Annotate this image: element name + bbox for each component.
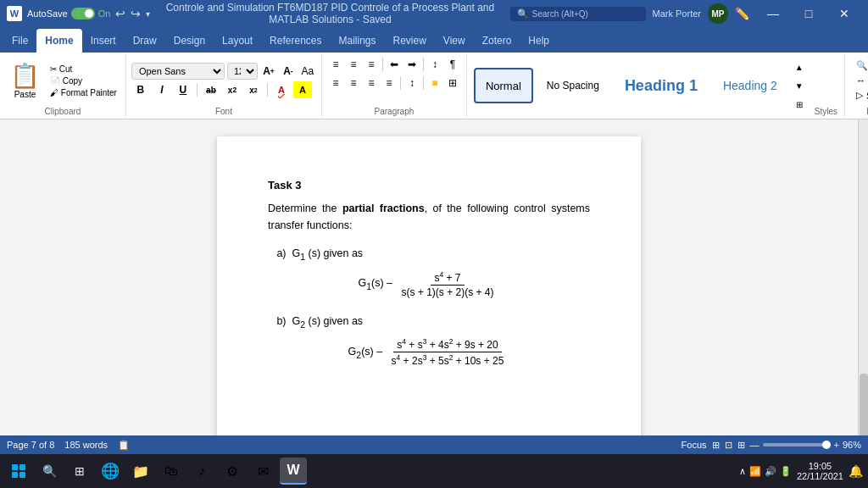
- tab-review[interactable]: Review: [385, 29, 435, 53]
- para-sep-1: [382, 58, 383, 71]
- paste-label: Paste: [14, 90, 36, 99]
- tab-home[interactable]: Home: [36, 29, 81, 53]
- strikethrough-button[interactable]: ab: [202, 81, 220, 98]
- document-scroll[interactable]: Task 3 Determine the partial fractions, …: [0, 119, 858, 435]
- taskbar-chrome-button[interactable]: ⚙: [219, 458, 246, 485]
- taskbar-search-button[interactable]: 🔍: [36, 458, 63, 485]
- redo-icon[interactable]: ↪: [131, 7, 141, 20]
- autosave-area: AutoSave On: [27, 8, 110, 19]
- copy-button[interactable]: 📄 Copy: [47, 75, 120, 86]
- tab-mailings[interactable]: Mailings: [330, 29, 384, 53]
- maximize-button[interactable]: □: [792, 0, 826, 27]
- bullets-button[interactable]: ≡: [327, 56, 344, 73]
- font-controls: Open Sans 12 A+ A- Aa B I U: [131, 63, 316, 98]
- view-read-icon[interactable]: ⊞: [737, 440, 745, 451]
- align-right-button[interactable]: ≡: [363, 75, 380, 92]
- focus-label[interactable]: Focus: [682, 440, 707, 450]
- tab-view[interactable]: View: [435, 29, 474, 53]
- find-icon: 🔍: [856, 60, 868, 71]
- start-button[interactable]: [5, 458, 32, 485]
- paste-button[interactable]: 📋 Paste: [5, 58, 45, 103]
- borders-button[interactable]: ⊞: [444, 75, 461, 92]
- show-marks-button[interactable]: ¶: [444, 56, 461, 73]
- autosave-toggle[interactable]: [71, 8, 95, 19]
- battery-icon: 🔋: [780, 466, 792, 477]
- view-web-icon[interactable]: ⊡: [725, 440, 732, 451]
- taskbar-explorer-button[interactable]: 📁: [127, 458, 154, 485]
- increase-indent-button[interactable]: ➡: [403, 56, 420, 73]
- search-box[interactable]: 🔍 Search (Alt+Q): [510, 7, 646, 21]
- find-button[interactable]: 🔍 Find: [854, 59, 868, 72]
- part-b-fraction: s4 + s3 + 4s2 + 9s + 20 s4 + 2s3 + 5s2 +…: [388, 337, 508, 367]
- font-size-select[interactable]: 12: [227, 63, 258, 80]
- taskbar-store-button[interactable]: 🛍: [158, 458, 185, 485]
- zoom-in-button[interactable]: +: [834, 440, 839, 450]
- multilevel-button[interactable]: ≡: [363, 56, 380, 73]
- window-controls: — □ ✕: [756, 0, 861, 27]
- explorer-icon: 📁: [132, 463, 149, 480]
- scrollbar-thumb[interactable]: [860, 374, 868, 435]
- doc-check-icon: 📋: [118, 440, 130, 451]
- minimize-button[interactable]: —: [756, 0, 790, 27]
- user-avatar: MP: [708, 3, 728, 24]
- tray-up-arrow[interactable]: ∧: [739, 466, 746, 477]
- undo-icon[interactable]: ↩: [115, 7, 125, 20]
- align-center-button[interactable]: ≡: [345, 75, 362, 92]
- align-left-button[interactable]: ≡: [327, 75, 344, 92]
- pen-icon[interactable]: ✏️: [735, 7, 749, 20]
- tab-draw[interactable]: Draw: [125, 29, 165, 53]
- decrease-indent-button[interactable]: ⬅: [386, 56, 403, 73]
- grow-font-button[interactable]: A+: [260, 63, 277, 80]
- para-row-1: ≡ ≡ ≡ ⬅ ➡ ↕ ¶: [327, 56, 461, 73]
- styles-scroll-down[interactable]: ▼: [791, 77, 808, 94]
- italic-button[interactable]: I: [153, 81, 171, 98]
- numbering-button[interactable]: ≡: [345, 56, 362, 73]
- font-family-select[interactable]: Open Sans: [131, 63, 225, 80]
- style-nospace[interactable]: No Spacing: [535, 68, 611, 103]
- replace-button[interactable]: ↔ Replace: [854, 75, 868, 86]
- clock[interactable]: 19:05 22/11/2021: [797, 461, 843, 481]
- zoom-out-button[interactable]: —: [750, 440, 760, 450]
- tab-layout[interactable]: Layout: [214, 29, 261, 53]
- bold-button[interactable]: B: [131, 81, 150, 98]
- sort-button[interactable]: ↕: [426, 56, 443, 73]
- separator-1: [197, 83, 198, 97]
- shrink-font-button[interactable]: A-: [280, 63, 297, 80]
- styles-expand[interactable]: ⊞: [791, 96, 808, 113]
- notification-button[interactable]: 🔔: [849, 464, 863, 478]
- taskbar-mail-button[interactable]: ✉: [249, 458, 276, 485]
- dropdown-icon[interactable]: ▾: [146, 9, 150, 19]
- tab-insert[interactable]: Insert: [82, 29, 125, 53]
- part-a-equation: G1(s) – s4 + 7 s(s + 1)(s + 2)(s + 4): [268, 270, 590, 298]
- taskbar-search-icon: 🔍: [42, 464, 57, 478]
- shading-button[interactable]: ■: [426, 75, 443, 92]
- tab-help[interactable]: Help: [520, 29, 558, 53]
- tab-file[interactable]: File: [3, 29, 36, 53]
- scrollbar[interactable]: [858, 119, 868, 435]
- select-button[interactable]: ▷ Select: [854, 89, 868, 102]
- styles-scroll-up[interactable]: ▲: [791, 58, 808, 75]
- clear-format-button[interactable]: Aa: [299, 63, 316, 80]
- text-color-button[interactable]: A: [272, 81, 291, 98]
- taskbar-word-button[interactable]: W: [280, 458, 307, 485]
- superscript-button[interactable]: x2: [244, 81, 263, 98]
- view-print-icon[interactable]: ⊞: [712, 440, 720, 451]
- tab-zotero[interactable]: Zotero: [474, 29, 520, 53]
- style-normal[interactable]: Normal: [474, 68, 533, 103]
- taskbar-edge-button[interactable]: 🌐: [97, 458, 124, 485]
- subscript-button[interactable]: x2: [223, 81, 242, 98]
- zoom-slider[interactable]: [763, 443, 831, 446]
- taskbar-task-view-button[interactable]: ⊞: [66, 458, 93, 485]
- style-heading1[interactable]: Heading 1: [613, 68, 709, 103]
- highlight-button[interactable]: A: [293, 81, 312, 98]
- tab-design[interactable]: Design: [165, 29, 214, 53]
- cut-button[interactable]: ✂ Cut: [47, 64, 120, 75]
- justify-button[interactable]: ≡: [381, 75, 398, 92]
- tab-references[interactable]: References: [261, 29, 330, 53]
- underline-button[interactable]: U: [174, 81, 192, 98]
- format-painter-button[interactable]: 🖌 Format Painter: [47, 87, 120, 98]
- line-spacing-button[interactable]: ↕: [403, 75, 420, 92]
- taskbar-spotify-button[interactable]: ♪: [188, 458, 215, 485]
- style-heading2[interactable]: Heading 2: [711, 68, 789, 103]
- close-button[interactable]: ✕: [827, 0, 861, 27]
